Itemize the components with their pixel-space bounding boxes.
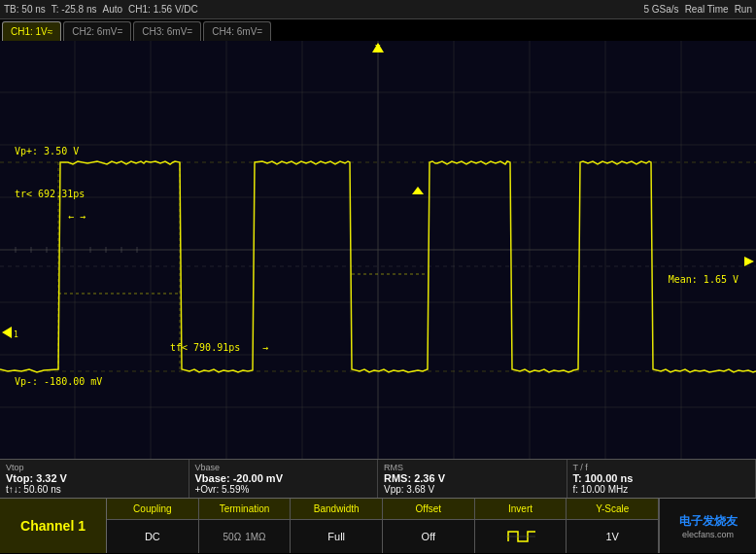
vp-plus-annotation: Vp+: 3.50 V <box>15 146 79 156</box>
tb-param: TB: 50 ns <box>4 4 46 15</box>
offset-label: Offset <box>383 499 474 520</box>
tr-arrow: ← → <box>68 211 86 222</box>
coupling-label: Coupling <box>107 499 198 520</box>
ch3-tab[interactable]: CH3: 6mV= <box>133 21 201 41</box>
bandwidth-control[interactable]: Bandwidth Full <box>291 499 383 553</box>
ch4-tab[interactable]: CH4: 6mV= <box>203 21 271 41</box>
termination-control[interactable]: Termination 50Ω 1MΩ <box>199 499 292 553</box>
rms-cell: RMS RMS: 2.36 V Vpp: 3.68 V <box>378 460 567 498</box>
logo-text: 电子发烧友 <box>679 513 738 530</box>
svg-marker-33 <box>2 327 12 338</box>
logo-box: 电子发烧友 elecfans.com <box>659 499 756 553</box>
period-cell: T / f T: 100.00 ns f: 10.00 MHz <box>567 460 757 498</box>
square-wave-icon <box>506 528 535 545</box>
tr-annotation: tr< 692.31ps <box>15 189 85 199</box>
svg-text:T: T <box>375 44 381 53</box>
coupling-value: DC <box>107 520 198 553</box>
termination-value: 50Ω 1MΩ <box>199 520 291 553</box>
yscale-label: Y-Scale <box>567 499 658 520</box>
tf-arrow: → <box>262 342 268 353</box>
invert-control[interactable]: Invert <box>475 499 567 553</box>
mode-param: Auto <box>103 4 123 15</box>
yscale-value: 1V <box>567 520 658 553</box>
svg-marker-35 <box>744 257 754 266</box>
vtop-cell: Vtop Vtop: 3.32 V t↑↓: 50.60 ns <box>0 460 189 498</box>
mean-annotation: Mean: 1.65 V <box>669 274 739 285</box>
bandwidth-label: Bandwidth <box>291 499 382 520</box>
run-param: Run <box>735 4 752 15</box>
bottom-info: Vtop Vtop: 3.32 V t↑↓: 50.60 ns Vbase Vb… <box>0 459 756 498</box>
coupling-control[interactable]: Coupling DC <box>107 499 199 553</box>
channel-tabs: CH1: 1V≈ CH2: 6mV= CH3: 6mV= CH4: 6mV= <box>0 19 756 41</box>
svg-text:1: 1 <box>14 330 18 339</box>
scope-screen: T 1 Vp+: 3.50 V tr< 692.31ps tf< 790.91p… <box>0 41 756 459</box>
offset-value: Off <box>383 520 474 553</box>
realtime-param: Real Time <box>685 4 729 15</box>
bandwidth-value: Full <box>291 520 382 553</box>
waveform: T 1 <box>0 41 756 459</box>
channel-label: Channel 1 <box>0 499 107 553</box>
bottom-controls: Channel 1 Coupling DC Termination 50Ω 1M… <box>0 498 756 553</box>
offset-control[interactable]: Offset Off <box>383 499 475 553</box>
top-bar: TB: 50 ns T: -25.8 ns Auto CH1: 1.56 V/D… <box>0 0 756 19</box>
ch1-param: CH1: 1.56 V/DC <box>128 4 198 15</box>
yscale-control[interactable]: Y-Scale 1V <box>567 499 659 553</box>
ch1-tab[interactable]: CH1: 1V≈ <box>2 21 61 41</box>
tf-annotation: tf< 790.91ps <box>170 342 240 353</box>
termination-label: Termination <box>199 499 291 520</box>
ch2-tab[interactable]: CH2: 6mV= <box>63 21 131 41</box>
t-param: T: -25.8 ns <box>52 4 97 15</box>
samplerate-param: 5 GSa/s <box>643 4 678 15</box>
vp-minus-annotation: Vp-: -180.00 mV <box>15 376 102 387</box>
svg-marker-32 <box>412 187 424 194</box>
invert-label: Invert <box>475 499 567 520</box>
invert-icon <box>475 520 567 553</box>
vbase-cell: Vbase Vbase: -20.00 mV +Ovr: 5.59% <box>189 460 379 498</box>
logo-sub: elecfans.com <box>682 530 734 539</box>
